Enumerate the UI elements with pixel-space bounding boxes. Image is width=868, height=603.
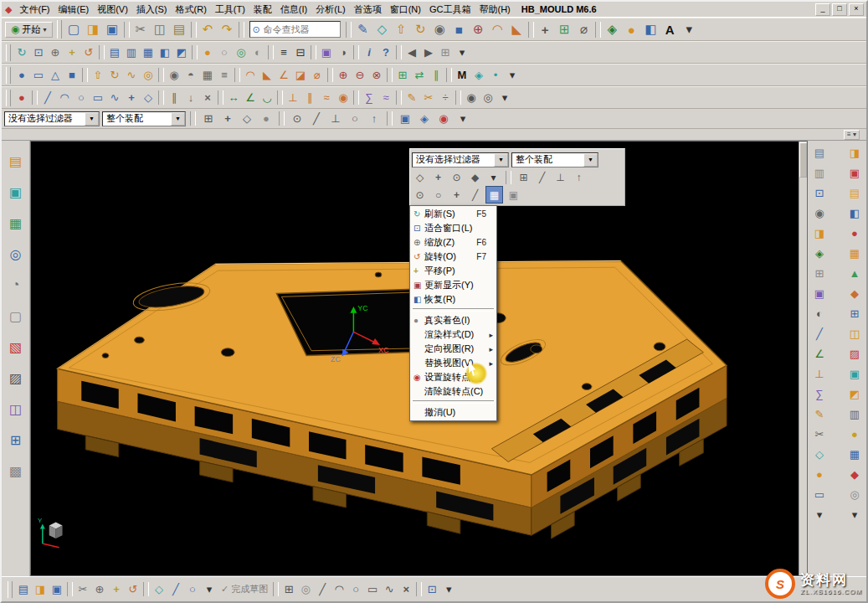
- snap-vertical-icon[interactable]: ↑: [571, 169, 587, 185]
- polygon-icon[interactable]: ◇: [140, 90, 157, 106]
- separator[interactable]: [528, 22, 534, 38]
- more-flyout-chevron-icon[interactable]: ▾: [845, 506, 864, 523]
- snap-center-icon[interactable]: ⊙: [289, 111, 306, 127]
- chamfer-icon[interactable]: ◣: [507, 20, 526, 39]
- file-icon[interactable]: ▤: [15, 581, 32, 598]
- wcs-icon[interactable]: ◈: [603, 20, 622, 39]
- 文件(F)[interactable]: 文件(F): [15, 3, 54, 17]
- snap-icon[interactable]: ◎: [297, 581, 314, 598]
- separator[interactable]: [327, 68, 333, 82]
- tangent-constraint-icon[interactable]: ≈: [318, 90, 335, 106]
- separator[interactable]: [455, 90, 461, 105]
- selection-filter-dropdown[interactable]: 没有选择过滤器 ▼: [4, 111, 100, 126]
- toolbar-handle[interactable]: [57, 20, 62, 39]
- highlight-icon[interactable]: ▣: [397, 111, 413, 127]
- drawing-icon[interactable]: ●: [845, 425, 864, 443]
- pocket-tool-icon[interactable]: ⊞: [845, 305, 864, 322]
- intersect-curve-icon[interactable]: ×: [199, 90, 216, 106]
- cut-icon[interactable]: ✂: [131, 20, 151, 39]
- separator[interactable]: [32, 90, 38, 105]
- menu-item-fit-window[interactable]: ⊡ 适合窗口(L): [411, 221, 496, 235]
- trim-curve-icon[interactable]: ✂: [420, 90, 437, 106]
- parallel-constraint-icon[interactable]: ∥: [301, 90, 318, 106]
- snap-settings-icon[interactable]: ▣: [506, 187, 521, 203]
- chevron-down-icon[interactable]: ▾: [440, 581, 457, 598]
- windows-icon[interactable]: ⊞: [6, 430, 26, 450]
- extrude-icon[interactable]: ⇧: [392, 20, 411, 39]
- menu-item-orient-view[interactable]: 定向视图(R) ▸: [411, 342, 496, 356]
- more-commands-chevron-icon[interactable]: ▾: [680, 20, 699, 39]
- process-studio-icon[interactable]: ▧: [6, 337, 26, 357]
- wcs-toggle-icon[interactable]: ◈: [416, 111, 433, 127]
- hidden-edges-icon[interactable]: ◐: [249, 44, 266, 61]
- menu-item-render-style[interactable]: 渲染样式(D) ▸: [411, 327, 496, 342]
- menu-item-clear-rotate-point[interactable]: 清除旋转点(C): [411, 384, 496, 399]
- wcs-flyout-icon[interactable]: ◈: [810, 245, 829, 262]
- more-commands-chevron-icon[interactable]: ▾: [455, 111, 471, 127]
- pan-icon[interactable]: +: [108, 581, 125, 598]
- shaded-flyout-icon[interactable]: ●: [810, 466, 829, 483]
- pattern-feature-icon[interactable]: ⊞: [555, 20, 574, 39]
- GC工具箱[interactable]: GC工具箱: [425, 3, 475, 17]
- more-commands-chevron-icon[interactable]: ▾: [504, 67, 521, 84]
- close-button[interactable]: ×: [849, 3, 864, 16]
- pan-icon[interactable]: +: [64, 44, 80, 61]
- roles-icon[interactable]: ◫: [6, 399, 26, 419]
- pocket-icon[interactable]: ▦: [199, 67, 216, 84]
- sketch-icon[interactable]: ✎: [353, 20, 372, 39]
- layer-settings-icon[interactable]: ≡: [275, 44, 292, 61]
- separator[interactable]: [143, 582, 149, 596]
- trim-mold-icon[interactable]: ◩: [845, 385, 864, 403]
- bom-icon[interactable]: ▥: [845, 405, 864, 423]
- sketch-spline-icon[interactable]: ∿: [381, 581, 398, 598]
- linear-dimension-icon[interactable]: ↔: [225, 90, 242, 106]
- top-view-icon[interactable]: ▦: [140, 44, 157, 61]
- assembly-navigator-icon[interactable]: ▤: [6, 151, 26, 171]
- line-icon[interactable]: ╱: [39, 90, 56, 106]
- select-point-icon[interactable]: +: [430, 169, 446, 185]
- separator[interactable]: [387, 68, 393, 82]
- part-navigator-icon[interactable]: ▦: [6, 213, 26, 233]
- rib-icon[interactable]: ≡: [216, 67, 233, 84]
- history-icon[interactable]: ◔: [6, 275, 26, 295]
- separator[interactable]: [192, 45, 198, 59]
- trimetric-view-icon[interactable]: ◩: [173, 44, 190, 61]
- shell-icon[interactable]: ◪: [292, 67, 309, 84]
- unite-icon[interactable]: ⊕: [335, 67, 352, 84]
- separator[interactable]: [234, 68, 240, 82]
- dock-handle[interactable]: ≡ ▾: [844, 130, 860, 140]
- check-mold-icon[interactable]: ◆: [845, 466, 864, 483]
- separator[interactable]: [239, 22, 244, 38]
- trim-flyout-icon[interactable]: ✂: [810, 425, 829, 443]
- select-face-icon[interactable]: ◇: [239, 111, 255, 127]
- snap-center-icon[interactable]: ⊙: [449, 169, 465, 185]
- internet-explorer-icon[interactable]: ◎: [6, 244, 26, 264]
- angle-dimension-icon[interactable]: ∠: [242, 90, 259, 106]
- mold-wizard-icon[interactable]: ◨: [845, 144, 864, 162]
- menu-item-rotate[interactable]: ↺ 旋转(O) F7: [411, 250, 496, 264]
- menu-item-set-rotate-point[interactable]: ◉ 设置旋转点(S): [411, 370, 496, 384]
- sphere-icon[interactable]: ●: [13, 67, 30, 84]
- separator[interactable]: [311, 45, 316, 59]
- grid-icon[interactable]: ⊞: [437, 44, 454, 61]
- stop-icon[interactable]: ◉: [435, 111, 452, 127]
- box-icon[interactable]: ■: [64, 67, 80, 84]
- snap-end-icon[interactable]: ◉: [463, 90, 480, 106]
- graphics-viewport[interactable]: YC XC ZC Y: [30, 141, 808, 576]
- toolbar-handle[interactable]: [8, 581, 13, 598]
- separator[interactable]: [124, 22, 130, 38]
- info-icon[interactable]: i: [361, 44, 378, 61]
- snap-perpendicular-icon[interactable]: ⊥: [552, 169, 568, 185]
- 帮助(H)[interactable]: 帮助(H): [475, 3, 514, 17]
- separator[interactable]: [158, 90, 164, 105]
- start-menu-button[interactable]: ◉ 开始 ▾: [5, 22, 53, 38]
- snap-vertical-icon[interactable]: ↑: [366, 111, 383, 127]
- command-finder-input[interactable]: [262, 23, 337, 35]
- open-file-icon[interactable]: ◨: [84, 20, 103, 39]
- undo-icon[interactable]: ↶: [198, 20, 218, 39]
- show-hide-icon[interactable]: ◑: [335, 44, 352, 61]
- edit-curve-icon[interactable]: ✎: [403, 90, 420, 106]
- fit-icon[interactable]: ⊡: [424, 581, 440, 598]
- refresh-icon[interactable]: ↻: [13, 44, 30, 61]
- viewport-scrollbar[interactable]: [799, 142, 807, 575]
